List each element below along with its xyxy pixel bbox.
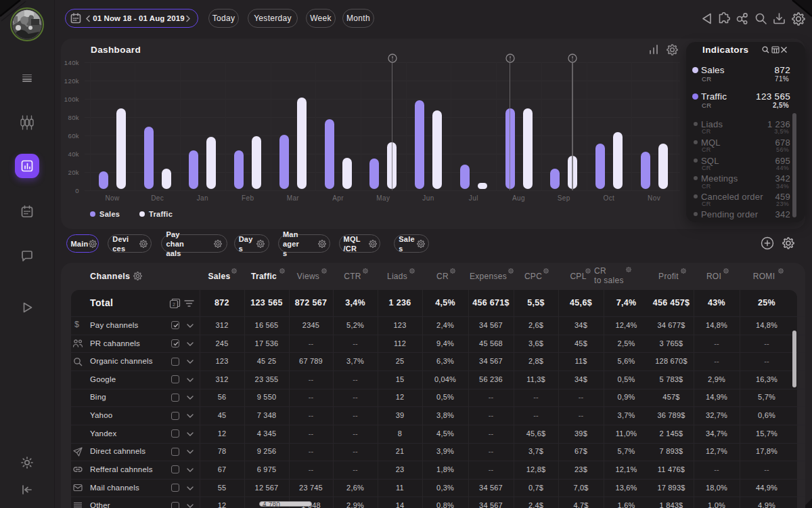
svg-text:2: 2 [173, 302, 175, 307]
